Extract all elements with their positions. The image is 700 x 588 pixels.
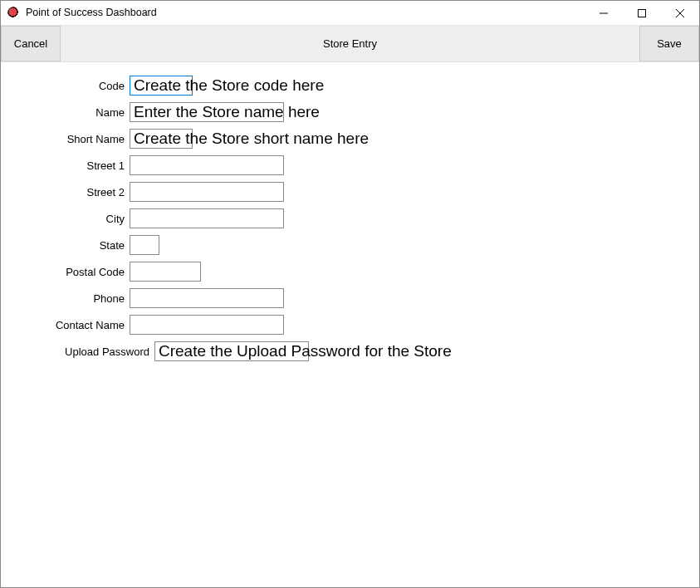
form-area: Code Create the Store code here Name Ent… (1, 62, 699, 365)
postal-input[interactable] (130, 262, 201, 282)
row-code: Code Create the Store code here (1, 72, 699, 99)
short-name-input[interactable] (130, 129, 193, 149)
page-title: Store Entry (61, 26, 639, 61)
label-street2: Street 2 (1, 186, 130, 198)
toolbar: Cancel Store Entry Save (1, 26, 699, 62)
save-button[interactable]: Save (639, 26, 699, 61)
contact-input[interactable] (130, 315, 284, 335)
phone-input[interactable] (130, 288, 284, 308)
row-name: Name Enter the Store name here (1, 99, 699, 125)
row-street1: Street 1 (1, 152, 699, 179)
window-controls (585, 1, 699, 25)
label-phone: Phone (1, 292, 130, 305)
svg-rect-1 (639, 9, 646, 17)
upload-password-input[interactable] (154, 341, 309, 361)
window-title: Point of Success Dashboard (26, 7, 585, 19)
label-state: State (1, 239, 130, 252)
titlebar: Point of Success Dashboard (1, 1, 699, 26)
maximize-button[interactable] (623, 1, 661, 25)
street1-input[interactable] (130, 155, 284, 175)
minimize-icon (600, 9, 608, 17)
label-city: City (1, 213, 130, 225)
row-state: State (1, 232, 699, 258)
row-postal: Postal Code (1, 258, 699, 285)
code-input[interactable] (130, 76, 193, 96)
row-short-name: Short Name Create the Store short name h… (1, 125, 699, 152)
row-upload-password: Upload Password Create the Upload Passwo… (1, 338, 699, 365)
cancel-button[interactable]: Cancel (1, 26, 61, 61)
app-window: Point of Success Dashboard Cancel Store … (0, 0, 700, 588)
row-street2: Street 2 (1, 179, 699, 205)
label-code: Code (1, 80, 130, 92)
city-input[interactable] (130, 208, 284, 228)
label-upload-password: Upload Password (1, 345, 154, 358)
label-contact: Contact Name (1, 319, 130, 331)
state-input[interactable] (130, 235, 159, 255)
label-street1: Street 1 (1, 159, 130, 172)
row-phone: Phone (1, 285, 699, 311)
app-icon (7, 7, 21, 20)
row-contact: Contact Name (1, 311, 699, 338)
street2-input[interactable] (130, 182, 284, 202)
row-city: City (1, 205, 699, 232)
maximize-icon (638, 9, 646, 17)
close-icon (676, 9, 684, 17)
minimize-button[interactable] (585, 1, 623, 25)
close-button[interactable] (661, 1, 699, 25)
label-postal: Postal Code (1, 266, 130, 278)
name-input[interactable] (130, 102, 284, 122)
label-name: Name (1, 106, 130, 119)
label-short-name: Short Name (1, 133, 130, 145)
